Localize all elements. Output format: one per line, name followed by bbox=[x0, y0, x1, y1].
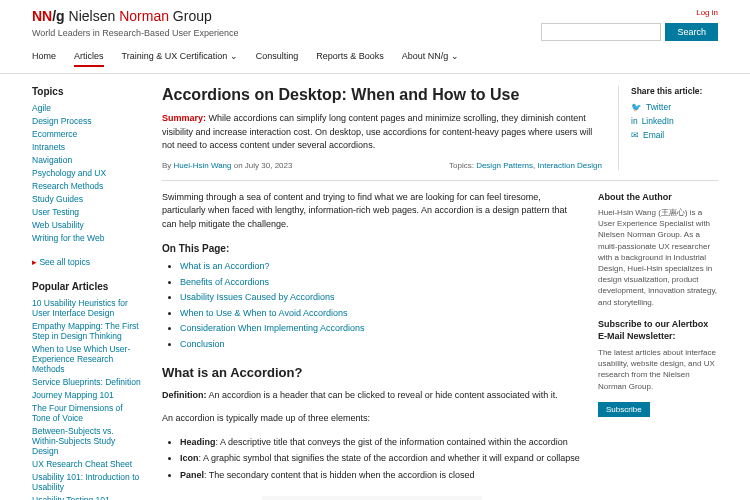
sidebar-topic-link[interactable]: Design Process bbox=[32, 116, 92, 126]
linkedin-icon: in bbox=[631, 116, 638, 126]
toc-link[interactable]: Usability Issues Caused by Accordions bbox=[180, 292, 335, 302]
login-link[interactable]: Log in bbox=[696, 8, 718, 17]
share-twitter[interactable]: 🐦Twitter bbox=[631, 102, 718, 112]
sidebar-topic-link[interactable]: Study Guides bbox=[32, 194, 83, 204]
nav-about[interactable]: About NN/g ⌄ bbox=[402, 51, 459, 67]
toc-link[interactable]: Conclusion bbox=[180, 339, 225, 349]
sidebar-popular-link[interactable]: The Four Dimensions of Tone of Voice bbox=[32, 403, 123, 423]
right-column: About the Author Huei-Hsin Wang (王惠心) is… bbox=[598, 191, 718, 501]
share-email[interactable]: ✉Email bbox=[631, 130, 718, 140]
accordion-diagram: Accordion Heading⌄ Heading⌃ bbox=[262, 496, 482, 500]
search-input[interactable] bbox=[541, 23, 661, 41]
section-heading: What is an Accordion? bbox=[162, 363, 582, 383]
sidebar-topic-link[interactable]: Intranets bbox=[32, 142, 65, 152]
topics-heading: Topics bbox=[32, 86, 142, 97]
search-button[interactable]: Search bbox=[665, 23, 718, 41]
share-linkedin[interactable]: inLinkedIn bbox=[631, 116, 718, 126]
sidebar-popular-link[interactable]: Empathy Mapping: The First Step in Desig… bbox=[32, 321, 139, 341]
sidebar-topic-link[interactable]: User Testing bbox=[32, 207, 79, 217]
sidebar-topic-link[interactable]: Ecommerce bbox=[32, 129, 77, 139]
sidebar-popular-link[interactable]: Service Blueprints: Definition bbox=[32, 377, 141, 387]
email-icon: ✉ bbox=[631, 130, 639, 140]
chevron-down-icon: ⌄ bbox=[451, 51, 459, 61]
nav-training[interactable]: Training & UX Certification ⌄ bbox=[122, 51, 238, 67]
nav-articles[interactable]: Articles bbox=[74, 51, 104, 67]
sidebar-topic-link[interactable]: Agile bbox=[32, 103, 51, 113]
subscribe-button[interactable]: Subscribe bbox=[598, 402, 650, 417]
sidebar-topic-link[interactable]: Psychology and UX bbox=[32, 168, 106, 178]
byline: By Huei-Hsin Wang on July 30, 2023 Topic… bbox=[162, 161, 602, 170]
tagline: World Leaders in Research-Based User Exp… bbox=[32, 28, 238, 38]
summary: Summary: While accordions can simplify l… bbox=[162, 112, 602, 153]
see-all-topics[interactable]: See all topics bbox=[39, 257, 90, 267]
main-nav: Home Articles Training & UX Certificatio… bbox=[32, 51, 718, 73]
sidebar-popular-link[interactable]: When to Use Which User-Experience Resear… bbox=[32, 344, 130, 374]
sidebar-popular-link[interactable]: Usability 101: Introduction to Usability bbox=[32, 472, 139, 492]
logo-block: NN/g Nielsen Norman Group World Leaders … bbox=[32, 8, 238, 38]
logo[interactable]: NN/g Nielsen Norman Group bbox=[32, 8, 238, 24]
toc-link[interactable]: Benefits of Accordions bbox=[180, 277, 269, 287]
nav-consulting[interactable]: Consulting bbox=[256, 51, 299, 67]
sidebar-popular-link[interactable]: Usability Testing 101 bbox=[32, 495, 110, 500]
sidebar-topic-link[interactable]: Navigation bbox=[32, 155, 72, 165]
topic-link[interactable]: Design Patterns bbox=[476, 161, 533, 170]
author-link[interactable]: Huei-Hsin Wang bbox=[174, 161, 232, 170]
page-title: Accordions on Desktop: When and How to U… bbox=[162, 86, 602, 104]
share-box: Share this article: 🐦Twitter inLinkedIn … bbox=[618, 86, 718, 170]
popular-heading: Popular Articles bbox=[32, 281, 142, 292]
sidebar-popular-link[interactable]: 10 Usability Heuristics for User Interfa… bbox=[32, 298, 128, 318]
chevron-down-icon: ⌄ bbox=[230, 51, 238, 61]
sidebar-popular-link[interactable]: UX Research Cheat Sheet bbox=[32, 459, 132, 469]
toc-heading: On This Page: bbox=[162, 241, 582, 256]
toc-link[interactable]: What is an Accordion? bbox=[180, 261, 270, 271]
sidebar-popular-link[interactable]: Journey Mapping 101 bbox=[32, 390, 114, 400]
nav-home[interactable]: Home bbox=[32, 51, 56, 67]
toc-link[interactable]: When to Use & When to Avoid Accordions bbox=[180, 308, 347, 318]
toc-link[interactable]: Consideration When Implementing Accordio… bbox=[180, 323, 365, 333]
sidebar-popular-link[interactable]: Between-Subjects vs. Within-Subjects Stu… bbox=[32, 426, 115, 456]
main-content: Accordions on Desktop: When and How to U… bbox=[162, 86, 718, 500]
nav-reports[interactable]: Reports & Books bbox=[316, 51, 384, 67]
topic-link[interactable]: Interaction Design bbox=[538, 161, 602, 170]
sidebar-topic-link[interactable]: Research Methods bbox=[32, 181, 103, 191]
sidebar-topic-link[interactable]: Writing for the Web bbox=[32, 233, 104, 243]
sidebar: Topics AgileDesign ProcessEcommerceIntra… bbox=[32, 86, 142, 500]
sidebar-topic-link[interactable]: Web Usability bbox=[32, 220, 84, 230]
intro-paragraph: Swimming through a sea of content and tr… bbox=[162, 191, 582, 232]
twitter-icon: 🐦 bbox=[631, 102, 642, 112]
